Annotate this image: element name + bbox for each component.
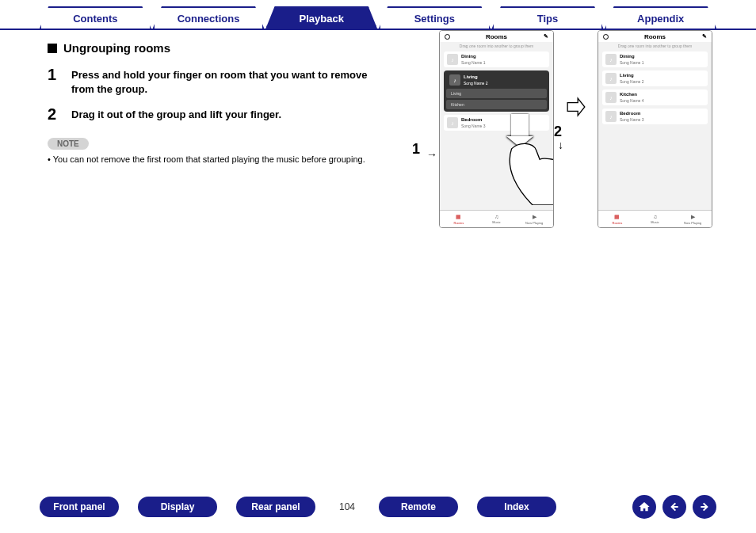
step-2-text: Drag it out of the group and lift your f… (71, 105, 281, 124)
edit-icon: ✎ (702, 33, 707, 40)
phone-before-title: Rooms (486, 33, 507, 40)
phone-tab-rooms: ▦Rooms (598, 211, 636, 227)
nav-index[interactable]: Index (477, 497, 556, 517)
music-note-icon: ♪ (605, 111, 617, 122)
phone-after-header: Rooms ✎ (598, 31, 712, 42)
room-dining: ♪ DiningSong Name 1 (602, 51, 708, 67)
room-song: Song Name 3 (461, 124, 486, 128)
room-name: Dining (461, 54, 486, 59)
arrow-right-icon (698, 501, 711, 513)
tab-contents[interactable]: Contents (40, 6, 151, 29)
play-icon: ▶ (533, 214, 536, 220)
page-number: 104 (334, 501, 360, 512)
arrow-right-icon: → (426, 148, 437, 161)
home-icon (638, 501, 651, 513)
phone-after-tabs: ▦Rooms ♫Music ▶Now Playing (598, 210, 712, 227)
phone-before-header: Rooms ✎ (440, 31, 553, 42)
arrow-left-icon (668, 501, 681, 513)
phone-after-title: Rooms (644, 33, 666, 40)
nav-remote[interactable]: Remote (379, 497, 458, 517)
home-button[interactable] (632, 495, 656, 519)
phone-tab-music: ♫Music (636, 211, 674, 227)
step-1-number: 1 (48, 66, 59, 96)
square-bullet-icon (48, 44, 57, 53)
room-living: ♪ LivingSong Name 2 (602, 70, 708, 86)
note-badge: NOTE (48, 138, 89, 150)
callout-1: 1 (412, 141, 420, 158)
callout-2: 2 (554, 124, 562, 140)
room-name: Bedroom (461, 117, 486, 123)
phone-after-list: ♪ DiningSong Name 1 ♪ LivingSong Name 2 … (598, 51, 712, 124)
group-sub-kitchen: Kitchen (446, 100, 547, 109)
group-sub-living: Living (446, 89, 547, 98)
step-1-text: Press and hold your finger on room that … (71, 66, 372, 96)
music-icon: ♫ (494, 214, 498, 219)
nav-rear-panel[interactable]: Rear panel (236, 497, 315, 517)
drag-arrow-icon (511, 114, 529, 138)
phone-tab-music: ♫Music (478, 211, 516, 227)
phone-before: Rooms ✎ Drag one room into another to gr… (439, 30, 554, 228)
room-bedroom: ♪ Bedroom Song Name 3 (444, 115, 549, 131)
tab-playback[interactable]: Playback (265, 6, 377, 29)
music-note-icon: ♪ (449, 74, 460, 86)
tab-appendix[interactable]: Appendix (605, 6, 716, 29)
settings-dot-icon (445, 34, 450, 40)
nav-icon-group (632, 495, 716, 519)
phone-before-hint: Drag one room into another to group them (440, 42, 553, 51)
edit-icon: ✎ (544, 33, 548, 40)
rooms-icon: ▦ (614, 214, 620, 220)
room-song: Song Name 2 (464, 81, 488, 86)
room-dining: ♪ Dining Song Name 1 (444, 51, 549, 67)
music-note-icon: ♪ (447, 117, 458, 128)
room-bedroom: ♪ BedroomSong Name 3 (602, 109, 708, 124)
page-content: Ungrouping rooms 1 Press and hold your f… (0, 30, 756, 164)
room-song: Song Name 1 (461, 60, 486, 65)
phone-before-tabs: ▦Rooms ♫Music ▶Now Playing (440, 210, 553, 227)
tab-connections[interactable]: Connections (153, 6, 265, 29)
music-note-icon: ♪ (605, 73, 617, 84)
phone-after: Rooms ✎ Drag one room into another to gr… (598, 30, 712, 228)
music-note-icon: ♪ (605, 92, 617, 103)
step-2-number: 2 (48, 105, 59, 124)
play-icon: ▶ (691, 214, 695, 220)
tab-tips[interactable]: Tips (492, 6, 604, 29)
nav-display[interactable]: Display (138, 497, 217, 517)
room-living-grouped: ♪ Living Song Name 2 (446, 73, 547, 87)
double-arrow-icon (566, 97, 586, 117)
settings-dot-icon (603, 34, 609, 40)
phone-before-list: ♪ Dining Song Name 1 ♪ Living Song Name … (440, 51, 553, 131)
tab-settings[interactable]: Settings (379, 6, 491, 29)
phone-tab-now: ▶Now Playing (674, 211, 712, 227)
next-page-button[interactable] (693, 495, 716, 519)
section-title-text: Ungrouping rooms (63, 41, 170, 55)
illustration-area: 1 → 2 ↓ Rooms ✎ Drag one room into anoth… (407, 30, 748, 236)
room-group: ♪ Living Song Name 2 Living Kitchen (444, 70, 549, 112)
nav-front-panel[interactable]: Front panel (40, 497, 119, 517)
music-note-icon: ♪ (605, 54, 617, 65)
music-note-icon: ♪ (447, 54, 458, 65)
phone-after-hint: Drag one room into another to group them (598, 42, 712, 51)
phone-tab-now: ▶Now Playing (515, 211, 553, 227)
arrow-down-icon: ↓ (558, 139, 563, 151)
hand-icon (503, 142, 554, 205)
top-tabs: Contents Connections Playback Settings T… (0, 0, 756, 30)
room-kitchen: ♪ KitchenSong Name 4 (602, 89, 708, 105)
rooms-icon: ▦ (456, 214, 461, 220)
prev-page-button[interactable] (662, 495, 686, 519)
bottom-nav: Front panel Display Rear panel 104 Remot… (0, 495, 756, 519)
room-name: Living (464, 74, 488, 80)
music-icon: ♫ (653, 214, 657, 219)
phone-tab-rooms: ▦Rooms (440, 211, 478, 227)
